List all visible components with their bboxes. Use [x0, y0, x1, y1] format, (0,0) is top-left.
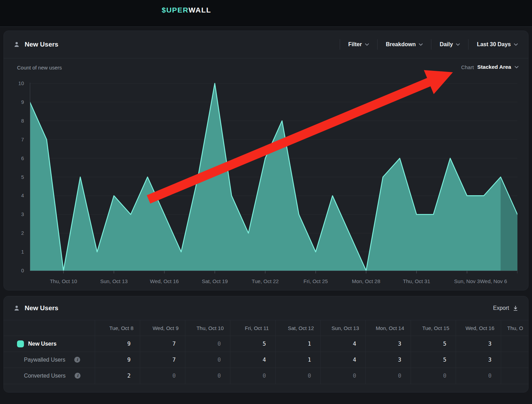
value-cell: 0	[140, 368, 185, 384]
daily-values-table: Tue, Oct 8Wed, Oct 9Thu, Oct 10Fri, Oct …	[4, 320, 529, 384]
table-row: Paywalled Usersi970414353	[4, 352, 529, 368]
x-axis-tick: Wed, Oct 16	[138, 278, 191, 284]
y-axis-tick-0: 0	[10, 267, 24, 274]
row-label-column-header	[4, 320, 95, 336]
download-icon	[513, 305, 518, 311]
value-cell: 5	[411, 336, 456, 352]
x-axis-tick: Sat, Oct 19	[189, 278, 241, 284]
value-cell: 0	[185, 352, 230, 368]
value-cell: 9	[95, 352, 140, 368]
value-cell: 2	[95, 368, 140, 384]
column-header-date: Sat, Oct 12	[275, 320, 320, 336]
column-header-date: Thu, Oct 10	[185, 320, 230, 336]
export-label: Export	[493, 305, 509, 311]
breakdown-label: Breakdown	[386, 41, 416, 48]
x-axis-tick: Tue, Oct 22	[239, 278, 291, 284]
value-cell: 4	[320, 352, 365, 368]
column-header-date: Wed, Oct 16	[456, 320, 501, 336]
row-label-cell: New Users	[4, 336, 95, 352]
value-cell: 7	[140, 352, 185, 368]
chart-type-dropdown[interactable]: Chart Stacked Area	[461, 64, 518, 70]
value-cell: 1	[275, 352, 320, 368]
filter-label: Filter	[348, 41, 362, 48]
table-row: New Users970514353	[4, 336, 529, 352]
x-axis-tick: Thu, Oct 31	[390, 278, 442, 284]
info-icon[interactable]: i	[75, 373, 81, 379]
stacked-area-chart	[30, 80, 517, 274]
value-cell: 9	[95, 336, 140, 352]
row-label-cell: Paywalled Usersi	[4, 352, 95, 368]
top-nav-bar: $UPERWALL	[0, 0, 532, 27]
table-row: Converted Usersi200000000	[4, 368, 529, 384]
chart-panel-title: New Users	[25, 41, 58, 48]
export-button[interactable]: Export	[493, 305, 518, 311]
value-cell	[501, 352, 529, 368]
column-header-date: Fri, Oct 11	[230, 320, 275, 336]
value-cell: 0	[185, 336, 230, 352]
logo-suffix: WALL	[188, 6, 211, 14]
table-panel-title: New Users	[25, 304, 58, 312]
y-axis-tick-1: 1	[10, 248, 24, 255]
x-axis-tick: Wed, Nov 6	[467, 278, 520, 284]
value-cell: 0	[275, 368, 320, 384]
table-panel-header: New Users Export	[4, 296, 528, 320]
new-users-chart-panel: New Users Filter Breakdown Daily Last 30…	[3, 31, 529, 290]
row-label-cell: Converted Usersi	[4, 368, 95, 384]
y-axis-tick-3: 3	[10, 211, 24, 218]
chart-type-value: Stacked Area	[477, 64, 511, 70]
info-icon[interactable]: i	[74, 357, 80, 363]
value-cell: 1	[275, 336, 320, 352]
value-cell: 0	[411, 368, 456, 384]
value-cell: 4	[320, 336, 365, 352]
new-users-table-panel: New Users Export Tue, Oct 8Wed, Oct 9Thu…	[3, 296, 529, 393]
x-axis-tick: Sun, Oct 13	[88, 278, 140, 284]
row-label: Converted Users	[24, 373, 66, 379]
x-axis-tick: Mon, Oct 28	[340, 278, 392, 284]
chart-panel-header: New Users Filter Breakdown Daily Last 30…	[4, 31, 528, 58]
value-cell: 7	[140, 336, 185, 352]
value-cell: 4	[230, 352, 275, 368]
y-axis-tick-2: 2	[10, 230, 24, 237]
person-icon	[14, 305, 20, 311]
x-axis-tick: Thu, Oct 10	[37, 278, 90, 284]
value-cell: 5	[230, 336, 275, 352]
chart-controls: Filter Breakdown Daily Last 30 Days	[340, 31, 518, 58]
column-header-date: Mon, Oct 14	[365, 320, 411, 336]
logo-prefix: $UPER	[162, 6, 188, 14]
x-axis-tick: Fri, Oct 25	[290, 278, 342, 284]
y-axis-tick-4: 4	[10, 192, 24, 199]
chevron-down-icon	[515, 66, 518, 68]
value-cell: 3	[365, 352, 411, 368]
value-cell: 0	[365, 368, 411, 384]
chevron-down-icon	[365, 43, 369, 46]
value-cell	[501, 368, 529, 384]
chevron-down-icon	[514, 43, 518, 46]
value-cell: 0	[185, 368, 230, 384]
date-range-dropdown[interactable]: Last 30 Days	[468, 39, 518, 50]
column-header-date: Thu, O	[501, 320, 529, 336]
breakdown-dropdown[interactable]: Breakdown	[378, 39, 431, 50]
row-label: New Users	[28, 341, 57, 347]
granularity-dropdown[interactable]: Daily	[431, 39, 468, 50]
table-bottom-filler	[4, 384, 528, 392]
y-axis-tick-7: 7	[10, 136, 24, 143]
person-icon	[14, 41, 20, 48]
value-cell: 5	[411, 352, 456, 368]
value-cell: 0	[320, 368, 365, 384]
date-range-label: Last 30 Days	[477, 41, 511, 48]
chart-subtitle: Count of new users	[17, 65, 62, 71]
value-cell: 0	[456, 368, 501, 384]
column-header-date: Sun, Oct 13	[320, 320, 365, 336]
chevron-down-icon	[456, 43, 460, 46]
series-color-swatch	[17, 340, 24, 347]
column-header-date: Tue, Oct 15	[411, 320, 456, 336]
superwall-logo[interactable]: $UPERWALL	[162, 6, 211, 14]
row-label: Paywalled Users	[24, 357, 65, 363]
value-cell: 3	[456, 352, 501, 368]
value-cell: 3	[456, 336, 501, 352]
filter-dropdown[interactable]: Filter	[340, 39, 377, 50]
value-cell	[501, 336, 529, 352]
y-axis-tick-5: 5	[10, 174, 24, 181]
y-axis-tick-8: 8	[10, 117, 24, 124]
y-axis-tick-9: 9	[10, 99, 24, 106]
